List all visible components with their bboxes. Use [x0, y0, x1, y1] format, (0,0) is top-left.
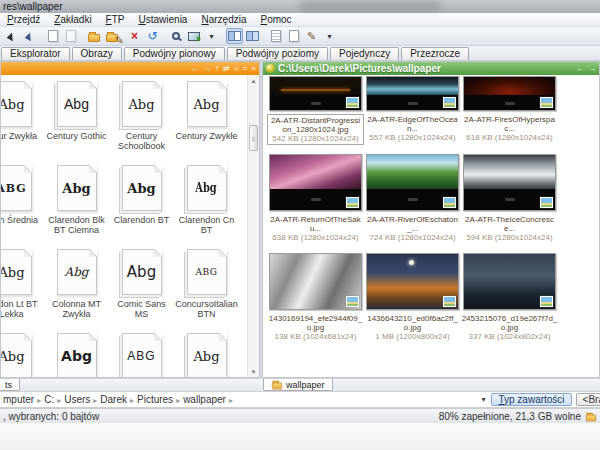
file-item[interactable]: 2A-ATR-ReturnOfTheSaku... 638 KB (1280x1…: [267, 154, 364, 242]
alt-cursor-icon[interactable]: [21, 28, 38, 44]
scrollbar-thumb[interactable]: ≡: [249, 125, 258, 151]
left-pane-header[interactable]: ← → ↑ ⇄ ○ = ×: [1, 62, 259, 75]
file-item[interactable]: 2A-ATR-TheIceConcresce... 594 KB (1280x1…: [461, 154, 558, 242]
image-badge-icon: [540, 197, 553, 208]
font-item[interactable]: ABGConcursoItalian BTN: [174, 249, 239, 333]
maximize-pane-icon[interactable]: =: [243, 64, 248, 73]
font-item[interactable]: Abg: [174, 333, 239, 377]
image-view-monitor-icon[interactable]: [185, 28, 202, 44]
delete-icon[interactable]: [126, 28, 143, 44]
font-item[interactable]: AbgClarendon BT: [109, 165, 174, 249]
right-folder-tab[interactable]: wallpaper: [263, 379, 333, 391]
menu-narzedzia[interactable]: Narzędzia: [194, 14, 253, 25]
file-thumbnail[interactable]: [463, 76, 556, 111]
file-thumbnail[interactable]: [463, 154, 556, 211]
close-pane-icon[interactable]: ×: [251, 64, 256, 73]
back-icon[interactable]: ←: [191, 64, 199, 73]
back-icon[interactable]: ←: [576, 64, 584, 73]
edit-dropdown-icon[interactable]: [321, 28, 338, 44]
font-item[interactable]: AbgCentury Zwykłe: [174, 81, 239, 165]
menu-ftp[interactable]: FTP: [99, 14, 132, 25]
file-item[interactable]: 2A-ATR-EdgeOfTheOcean... 557 KB (1280x10…: [364, 76, 461, 145]
file-item[interactable]: 2A-ATR-DistantProgression_1280x1024.jpg …: [267, 76, 364, 145]
file-thumbnail[interactable]: [463, 253, 556, 310]
font-item[interactable]: Abgrendon Lt BT Lekka: [1, 249, 44, 333]
disk-icon: [586, 414, 596, 421]
tab-przezrocze[interactable]: Przezrocze: [401, 47, 469, 60]
file-thumbnail[interactable]: [366, 154, 459, 211]
disk-status: 80% zapełnione, 21,3 GB wolne: [439, 411, 581, 422]
explorer-layout-icon[interactable]: [244, 28, 261, 44]
forward-icon[interactable]: →: [203, 64, 211, 73]
breadcrumb-item[interactable]: Darek: [97, 394, 130, 405]
font-item[interactable]: Abg: [1, 333, 44, 377]
content-type-value[interactable]: <Brak: [576, 393, 600, 406]
fonts-list: Abgntaur Zwykła AbgCentury Gothic AbgCen…: [1, 75, 259, 377]
left-folder-tab[interactable]: ts: [0, 379, 20, 391]
file-plain-icon[interactable]: [285, 28, 302, 44]
breadcrumb-item[interactable]: C:: [41, 394, 57, 405]
content-type-filter-button[interactable]: Typ zawartości: [491, 393, 571, 406]
view-tabs: Eksplorator Obrazy Podwójny pionowy Podw…: [0, 46, 600, 61]
refresh-icon[interactable]: ○: [234, 64, 239, 73]
file-item[interactable]: 2A-ATR-FiresOfHyperspac... 618 KB (1280x…: [461, 76, 558, 145]
left-pane-scrollbar[interactable]: ▴ ≡ ▾: [247, 75, 259, 377]
address-dropdown-icon[interactable]: ▾: [475, 395, 491, 404]
forward-icon[interactable]: →: [588, 64, 596, 73]
file-thumbnail[interactable]: [269, 154, 362, 211]
tab-podwojny-poziomy[interactable]: Podwójny poziomy: [227, 47, 328, 60]
menu-ustawienia[interactable]: Ustawienia: [132, 14, 195, 25]
font-item[interactable]: ABG: [109, 333, 174, 377]
new-folder-icon[interactable]: [85, 28, 102, 44]
paste-document-icon[interactable]: [62, 28, 79, 44]
dual-pane-layout-icon[interactable]: [226, 28, 243, 44]
up-icon[interactable]: ↑: [215, 64, 219, 73]
copy-document-icon[interactable]: [44, 28, 61, 44]
font-item[interactable]: AbgCentury Gothic: [44, 81, 109, 165]
breadcrumb-item[interactable]: wallpaper: [180, 394, 229, 405]
file-thumbnail[interactable]: [366, 76, 459, 111]
view-dropdown-icon[interactable]: [203, 28, 220, 44]
font-item[interactable]: AbgCentury Schoolbook: [109, 81, 174, 165]
breadcrumb-item[interactable]: Users: [61, 394, 93, 405]
title-bar[interactable]: res\wallpaper: [0, 0, 600, 13]
edit-pencil-icon[interactable]: [303, 28, 320, 44]
menu-przejdz[interactable]: Przejdź: [0, 14, 47, 25]
font-item[interactable]: AbgComic Sans MS: [109, 249, 174, 333]
swap-icon[interactable]: ⇄: [223, 64, 230, 73]
tab-eksplorator[interactable]: Eksplorator: [1, 47, 70, 60]
undo-icon[interactable]: [144, 28, 161, 44]
font-item[interactable]: AbgClarendon Blk BT Ciemna: [44, 165, 109, 249]
font-item[interactable]: Abgntaur Zwykła: [1, 81, 44, 165]
image-badge-icon: [443, 296, 456, 307]
panes-area: ← → ↑ ⇄ ○ = × Abgntaur Zwykła AbgCentury…: [0, 61, 600, 378]
breadcrumb-item[interactable]: Pictures: [134, 394, 176, 405]
file-thumbnail[interactable]: [366, 253, 459, 310]
tab-obrazy[interactable]: Obrazy: [72, 47, 122, 60]
select-cursor-icon[interactable]: [3, 28, 20, 44]
tab-pojedynczy[interactable]: Pojedynczy: [330, 47, 399, 60]
file-item[interactable]: 1436643210_ed0f6ac2ff_o.jpg 1 MB (1200x8…: [364, 253, 461, 341]
font-item[interactable]: ABGnyen Średnia: [1, 165, 44, 249]
edit-folder-icon[interactable]: [103, 28, 120, 44]
font-item[interactable]: AbgColonna MT Zwykła: [44, 249, 109, 333]
file-item[interactable]: 1430169194_efe2944f09_o.jpg 138 KB (1024…: [267, 253, 364, 341]
status-bar: , wybranych: 0 bajtów 80% zapełnione, 21…: [0, 408, 600, 423]
file-item[interactable]: 2A-ATR-RiverOfEschaton_... 724 KB (1280x…: [364, 154, 461, 242]
breadcrumb-item[interactable]: mputer: [0, 394, 37, 405]
address-bar[interactable]: mputer C: Users Darek Pictures wallpaper…: [0, 391, 600, 408]
menu-zakladki[interactable]: Zakładki: [47, 14, 98, 25]
tab-podwojny-pionowy[interactable]: Podwójny pionowy: [124, 47, 225, 60]
file-thumbnail[interactable]: [269, 76, 362, 111]
file-item[interactable]: 2453215076_d19e267f7d_o.jpg 337 KB (1024…: [461, 253, 558, 341]
selected-file-label[interactable]: 2A-ATR-DistantProgression_1280x1024.jpg …: [267, 114, 364, 145]
file-thumbnail[interactable]: [269, 253, 362, 310]
search-view-icon[interactable]: [167, 28, 184, 44]
menu-pomoc[interactable]: Pomoc: [253, 14, 298, 25]
scroll-down-icon[interactable]: ▾: [248, 366, 259, 377]
scroll-up-icon[interactable]: ▴: [248, 75, 259, 86]
file-list-icon[interactable]: [267, 28, 284, 44]
right-pane-header[interactable]: C:\Users\Darek\Pictures\wallpaper ← →: [263, 62, 599, 75]
font-item[interactable]: AbgClarendon Cn BT: [174, 165, 239, 249]
font-item[interactable]: Abg: [44, 333, 109, 377]
